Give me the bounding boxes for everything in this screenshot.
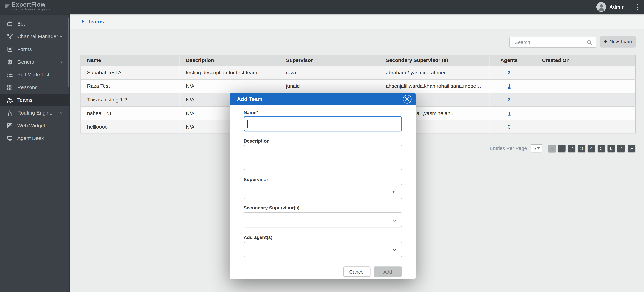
supervisor-select[interactable] [244,184,402,199]
description-label: Description [244,138,270,144]
sidebar-item-bot[interactable]: Bot [0,17,70,30]
agents-count-link[interactable]: 3 [508,97,510,103]
agents-count-link[interactable]: 1 [508,110,510,116]
table-row[interactable]: Sabahat Test A testing description for t… [80,66,636,80]
logo-tagline: your callcenter experts [12,8,51,11]
chevron-down-icon [59,59,64,64]
forms-icon [6,46,13,52]
add-team-modal: Add Team Name* Description Supervisor Se… [230,93,416,279]
logo-bars-icon [5,4,10,8]
chevron-down-icon [59,110,64,115]
pagination-page-5[interactable]: 5 [598,144,605,152]
pagination-page-1[interactable]: 1 [558,144,566,152]
app-header: ExpertFlow your callcenter experts Admin [0,0,644,14]
entries-per-page-select[interactable]: 5 [531,144,542,152]
pagination: Entries Per Page 5 « 1 2 3 4 5 6 7 » [490,144,636,152]
column-header-secondary-supervisor: Secondary Supervisor (s) [379,55,490,66]
sidebar-item-teams[interactable]: Teams [0,94,70,106]
cancel-button[interactable]: Cancel [343,266,370,277]
close-icon[interactable] [403,95,412,103]
plus-icon: + [604,39,608,44]
routing-engine-icon [6,110,13,116]
sidebar-item-routing-engine[interactable]: Routing Engine [0,106,70,119]
name-label: Name* [244,110,258,115]
user-avatar[interactable] [596,2,606,12]
pagination-prev-button[interactable]: « [548,144,556,152]
agents-count-link[interactable]: 1 [508,84,510,89]
sidebar-item-agent-desk[interactable]: Agent Desk [0,132,70,144]
breadcrumb-arrow-icon [82,20,84,23]
text-cursor [247,120,248,128]
kebab-menu-icon[interactable] [636,2,640,12]
dropdown-caret-icon [392,190,395,192]
description-textarea[interactable] [244,145,402,170]
agents-count-link[interactable]: 3 [508,70,510,76]
agent-desk-icon [6,135,13,142]
secondary-supervisor-label: Secondary Supervisor(s) [244,205,300,210]
column-header-supervisor: Supervisor [280,55,379,66]
pull-mode-list-icon [6,71,13,78]
logo-title: ExpertFlow [12,1,51,7]
modal-title: Add Team [237,96,262,102]
pagination-page-3[interactable]: 3 [578,144,586,152]
new-team-button[interactable]: + New Team [600,36,636,47]
pagination-next-button[interactable]: » [628,144,636,152]
column-header-agents: Agents [489,55,529,66]
chevron-down-icon [392,247,397,252]
chevron-down-icon [59,34,64,39]
sidebar-item-web-widget[interactable]: Web Widget [0,119,70,132]
search-box [509,37,596,48]
pagination-page-2[interactable]: 2 [568,144,576,152]
table-row[interactable]: Raza Test N/A junaid ahsenjalil,warda.kh… [80,80,636,93]
add-agents-select[interactable] [244,242,402,257]
secondary-supervisor-select[interactable] [244,212,402,228]
user-name[interactable]: Admin [610,4,625,10]
sidebar-item-forms[interactable]: Forms [0,43,70,56]
modal-header: Add Team [230,93,416,105]
agents-count: 0 [508,124,510,130]
sidebar: Bot Channel Manager Forms General Pull M… [0,14,70,292]
sidebar-item-reasons[interactable]: Reasons [0,81,70,94]
add-agents-label: Add agent(s) [244,235,272,240]
pagination-page-6[interactable]: 6 [608,144,615,152]
chevron-down-icon [392,218,397,223]
app-logo: ExpertFlow your callcenter experts [5,1,51,11]
add-button[interactable]: Add [374,266,402,277]
breadcrumb-label: Teams [88,18,104,24]
sidebar-scrollbar[interactable] [68,18,70,87]
pagination-page-7[interactable]: 7 [617,144,625,152]
column-header-name: Name [80,55,179,66]
sidebar-item-channel-manager[interactable]: Channel Manager [0,30,70,43]
general-gear-icon [6,58,13,65]
channel-manager-icon [6,33,13,40]
table-header-row: Name Description Supervisor Secondary Su… [80,55,636,66]
column-header-description: Description [179,55,279,66]
bot-icon [6,20,13,27]
reasons-icon [6,84,13,90]
chevron-down-icon [537,148,540,149]
supervisor-label: Supervisor [244,177,268,182]
search-input[interactable] [510,39,586,45]
teams-icon [6,97,13,103]
sidebar-item-general[interactable]: General [0,56,70,68]
team-name-field [244,116,402,132]
column-header-created-on: Created On [529,55,636,66]
sidebar-item-pull-mode-list[interactable]: Pull Mode List [0,68,70,81]
breadcrumb[interactable]: Teams [70,14,644,29]
search-icon [586,39,593,45]
pagination-page-4[interactable]: 4 [588,144,595,152]
web-widget-icon [6,122,13,129]
entries-per-page-label: Entries Per Page [490,146,527,151]
team-name-input[interactable] [244,116,402,132]
